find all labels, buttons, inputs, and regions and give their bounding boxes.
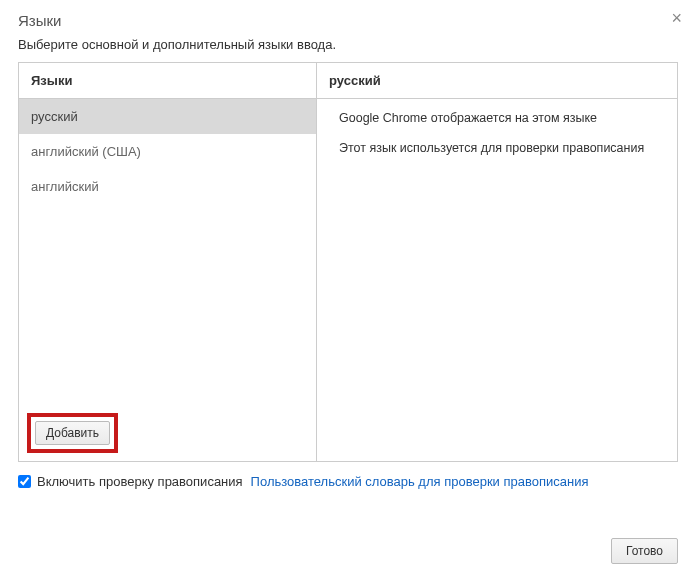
spellcheck-checkbox[interactable] xyxy=(18,475,31,488)
close-icon[interactable]: × xyxy=(671,8,682,29)
dialog-subtitle: Выберите основной и дополнительный языки… xyxy=(18,37,678,52)
language-detail-item: Этот язык используется для проверки прав… xyxy=(317,133,677,163)
spellcheck-label: Включить проверку правописания xyxy=(37,474,243,489)
language-detail-list: Google Chrome отображается на этом языке… xyxy=(317,99,677,167)
language-item[interactable]: русский xyxy=(19,99,316,134)
add-language-button[interactable]: Добавить xyxy=(35,421,110,445)
done-button[interactable]: Готово xyxy=(611,538,678,564)
language-detail-item: Google Chrome отображается на этом языке xyxy=(317,103,677,133)
dialog-footer: Готово xyxy=(611,538,678,564)
language-list-header: Языки xyxy=(19,63,316,99)
dialog-title: Языки xyxy=(18,12,678,29)
language-panels: Языки русский английский (США) английски… xyxy=(18,62,678,462)
language-detail-panel: русский Google Chrome отображается на эт… xyxy=(317,63,677,461)
add-highlight-box: Добавить xyxy=(27,413,118,453)
language-list-panel: Языки русский английский (США) английски… xyxy=(19,63,317,461)
spellcheck-row: Включить проверку правописания Пользоват… xyxy=(18,474,678,489)
language-detail-header: русский xyxy=(317,63,677,99)
spellcheck-dictionary-link[interactable]: Пользовательский словарь для проверки пр… xyxy=(251,474,589,489)
language-list: русский английский (США) английский xyxy=(19,99,316,405)
language-item[interactable]: английский (США) xyxy=(19,134,316,169)
language-item[interactable]: английский xyxy=(19,169,316,204)
add-section: Добавить xyxy=(19,405,316,461)
